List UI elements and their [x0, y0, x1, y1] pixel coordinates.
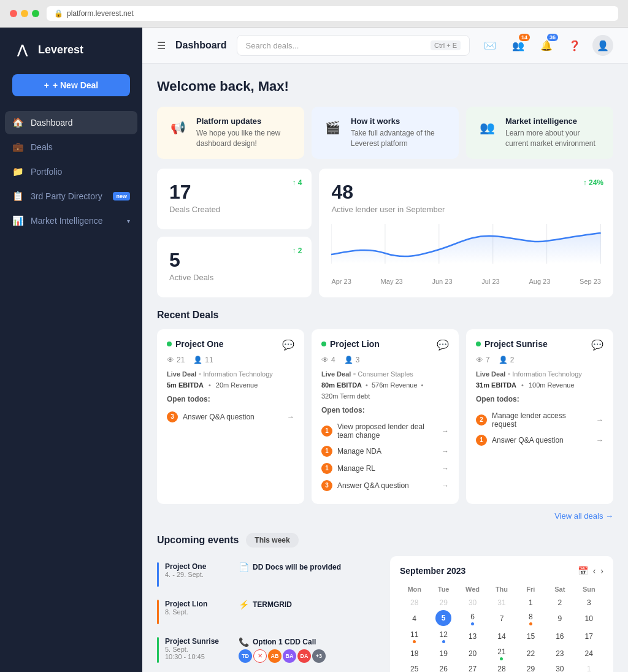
deals-created-card: ↑ 4 17 Deals Created — [157, 169, 312, 229]
events-layout: Project One 4. - 29. Sept. 📄 DD Docs wil… — [157, 556, 613, 672]
calendar-day-4[interactable]: 4 — [400, 609, 429, 627]
calendar-day-27[interactable]: 27 — [458, 662, 487, 672]
sidebar-item-market-intelligence[interactable]: 📊 Market Intelligence ▾ — [0, 209, 142, 232]
calendar-day-26[interactable]: 26 — [429, 662, 458, 672]
avatar-ba: BA — [283, 649, 296, 663]
calendar-day-31-other[interactable]: 31 — [487, 595, 516, 609]
lender-label: Active lender user in September — [331, 205, 601, 214]
main-content: ☰ Dashboard Search deals... Ctrl + E ✉️ … — [142, 28, 628, 672]
calendar-day-23[interactable]: 23 — [545, 644, 574, 662]
chat-icon-project-sunrise[interactable]: 💬 — [591, 339, 603, 351]
todos-label-project-one: Open todos: — [167, 395, 294, 403]
new-badge: new — [113, 192, 130, 200]
todo-item-project-lion-3[interactable]: 1 Manage RL → — [321, 460, 449, 477]
todo-item-project-one-1[interactable]: 3 Answer Q&A question → — [167, 408, 294, 426]
mail-button[interactable]: ✉️ — [480, 35, 500, 56]
minimize-window-button[interactable] — [21, 10, 28, 17]
calendar-prev-button[interactable]: ‹ — [593, 566, 596, 576]
todo-item-project-lion-1[interactable]: 1 View proposed lender deal team change … — [321, 419, 449, 443]
calendar-day-20[interactable]: 20 — [458, 644, 487, 662]
calendar-day-10[interactable]: 10 — [575, 609, 603, 627]
calendar-day-18[interactable]: 18 — [400, 644, 429, 662]
calendar-day-19[interactable]: 19 — [429, 644, 458, 662]
calendar-day-29-other[interactable]: 29 — [429, 595, 458, 609]
calendar-day-1-other[interactable]: 1 — [575, 662, 603, 672]
calendar-day-30-other[interactable]: 30 — [458, 595, 487, 609]
calendar-day-7[interactable]: 7 — [487, 609, 516, 627]
chat-icon-project-lion[interactable]: 💬 — [437, 339, 449, 351]
new-deal-button[interactable]: + + New Deal — [12, 74, 130, 96]
sidebar-item-label-portfolio: Portfolio — [31, 167, 62, 177]
calendar-next-button[interactable]: › — [600, 566, 603, 576]
chat-icon-project-one[interactable]: 💬 — [282, 339, 294, 351]
avatar-td: TD — [239, 649, 252, 663]
todo-item-project-sunrise-2[interactable]: 1 Answer Q&A question → — [476, 432, 603, 449]
calendar-day-17[interactable]: 17 — [575, 627, 603, 644]
deal-revenue-project-sunrise: 100m Revenue — [529, 381, 575, 389]
info-card-market-intelligence[interactable]: 👥 Market intelligence Learn more about y… — [466, 107, 613, 159]
sidebar-item-label-deals: Deals — [31, 142, 53, 152]
mail-icon: ✉️ — [484, 40, 496, 52]
calendar-day-29[interactable]: 29 — [516, 662, 545, 672]
deal-debt-project-lion: 320m Term debt — [321, 392, 370, 400]
calendar-day-9[interactable]: 9 — [545, 609, 574, 627]
users-button[interactable]: 👥 14 — [508, 35, 529, 56]
event-project-name-3: Project Sunrise — [165, 637, 239, 646]
calendar-day-15[interactable]: 15 — [516, 627, 545, 644]
calendar-day-1[interactable]: 1 — [516, 595, 545, 609]
calendar-day-28[interactable]: 28 — [487, 662, 516, 672]
info-card-platform-updates[interactable]: 📢 Platform updates We hope you like the … — [157, 107, 304, 159]
lender-number: 48 — [331, 181, 601, 204]
help-button[interactable]: ❓ — [564, 35, 585, 56]
calendar-day-14[interactable]: 14 — [487, 627, 516, 644]
event-title-1: 📄 DD Docs will be provided — [239, 562, 380, 572]
market-icon: 👥 — [476, 116, 498, 139]
calendar-day-13[interactable]: 13 — [458, 627, 487, 644]
user-avatar-button[interactable]: 👤 — [592, 35, 613, 56]
calendar-day-24[interactable]: 24 — [575, 644, 603, 662]
event-title-text-3: Option 1 CDD Call — [253, 638, 316, 646]
notifications-button[interactable]: 🔔 36 — [536, 35, 557, 56]
cal-header-sun: Sun — [575, 583, 603, 595]
sidebar-item-3rd-party[interactable]: 📋 3rd Party Directory new — [0, 185, 142, 208]
calendar-day-16[interactable]: 16 — [545, 627, 574, 644]
maximize-window-button[interactable] — [32, 10, 39, 17]
calendar-day-12[interactable]: 12 — [429, 627, 458, 644]
calendar-day-21[interactable]: 21 — [487, 644, 516, 662]
calendar-icon[interactable]: 📅 — [578, 566, 588, 576]
sidebar-item-portfolio[interactable]: 📁 Portfolio — [0, 160, 142, 183]
todo-item-project-lion-4[interactable]: 3 Answer Q&A question → — [321, 477, 449, 494]
todo-text-project-lion-1: View proposed lender deal team change — [337, 422, 437, 440]
event-title-text-1: DD Docs will be provided — [253, 563, 341, 571]
calendar-dot-blue — [442, 640, 445, 643]
sidebar-item-dashboard[interactable]: 🏠 Dashboard — [5, 111, 137, 134]
calendar-day-6[interactable]: 6 — [458, 609, 487, 627]
calendar-day-30[interactable]: 30 — [545, 662, 574, 672]
sidebar-item-deals[interactable]: 💼 Deals — [0, 136, 142, 159]
calendar-day-2[interactable]: 2 — [545, 595, 574, 609]
todo-item-project-lion-2[interactable]: 1 Manage NDA → — [321, 443, 449, 460]
calendar-day-11[interactable]: 11 — [400, 627, 429, 644]
calendar-day-5[interactable]: 5 — [429, 609, 458, 627]
todo-item-project-sunrise-1[interactable]: 2 Manage lender access request → — [476, 408, 603, 432]
info-card-how-it-works[interactable]: 🎬 How it works Take full advantage of th… — [312, 107, 459, 159]
view-all-deals-link[interactable]: View all deals → — [554, 511, 613, 521]
calendar-day-25[interactable]: 25 — [400, 662, 429, 672]
deal-meta-project-sunrise: 👁 7 👤 2 — [476, 356, 603, 364]
close-window-button[interactable] — [10, 10, 17, 17]
calendar-day-8[interactable]: 8 — [516, 609, 545, 627]
deal-ebitda-project-lion: 80m EBITDA — [321, 381, 362, 389]
search-bar[interactable]: Search deals... Ctrl + E — [237, 35, 470, 56]
calendar-day-28-other[interactable]: 28 — [400, 595, 429, 609]
calendar-day-3[interactable]: 3 — [575, 595, 603, 609]
address-bar[interactable]: 🔒 platform.leverest.net — [47, 6, 618, 21]
users-meta-icon: 👤 — [193, 356, 202, 364]
deal-meta-project-lion: 👁 4 👤 3 — [321, 356, 449, 364]
users-badge: 14 — [519, 34, 530, 41]
this-week-button[interactable]: This week — [246, 533, 298, 548]
calendar-day-22[interactable]: 22 — [516, 644, 545, 662]
deal-tags-project-one: Live Deal Information Technology 5m EBIT… — [167, 370, 294, 389]
new-deal-plus-icon: + — [44, 80, 49, 90]
hamburger-icon[interactable]: ☰ — [157, 40, 166, 52]
deal-card-project-sunrise: Project Sunrise 💬 👁 7 👤 2 — [466, 329, 613, 504]
